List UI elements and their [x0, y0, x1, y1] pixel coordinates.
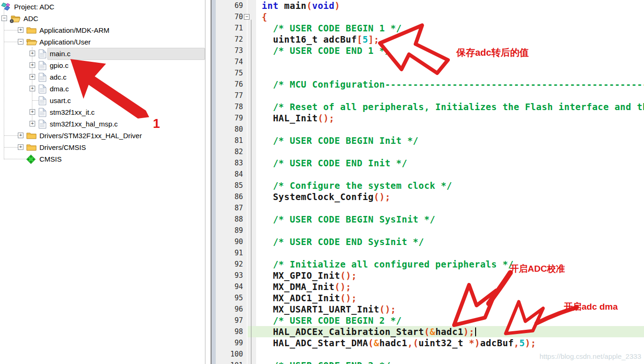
- line-number[interactable]: 101: [216, 360, 247, 364]
- line-number[interactable]: 97: [216, 315, 247, 326]
- code-text[interactable]: [256, 169, 644, 180]
- expand-toggle-icon[interactable]: +: [18, 144, 23, 150]
- line-number[interactable]: 87: [216, 202, 247, 214]
- line-number[interactable]: 74: [216, 56, 247, 67]
- code-text[interactable]: [256, 146, 644, 157]
- code-text[interactable]: /* USER CODE BEGIN 1 */: [256, 22, 644, 34]
- code-text[interactable]: MX_GPIO_Init();: [256, 270, 644, 281]
- code-text[interactable]: [256, 56, 644, 67]
- code-text[interactable]: SystemClock_Config();: [256, 191, 644, 202]
- sidebar-item-application-mdk-arm[interactable]: +Application/MDK-ARM: [0, 24, 211, 36]
- file-icon: [38, 119, 49, 129]
- code-line-90: 90 /* USER CODE END SysInit */: [216, 236, 644, 247]
- line-number[interactable]: 77: [216, 90, 247, 101]
- line-number[interactable]: 81: [216, 135, 247, 146]
- code-text[interactable]: uint16_t adcBuf[5];: [256, 34, 644, 45]
- line-number[interactable]: 91: [216, 247, 247, 259]
- code-text[interactable]: /* Initialize all configured peripherals…: [256, 259, 644, 270]
- line-number[interactable]: 80: [216, 124, 247, 135]
- line-number[interactable]: 90: [216, 236, 247, 247]
- line-number[interactable]: 79: [216, 112, 247, 124]
- line-number[interactable]: 76: [216, 79, 247, 90]
- sidebar-item-stm32f1xx-it-c[interactable]: +stm32f1xx_it.c: [0, 106, 211, 118]
- selection-highlight: [47, 48, 205, 60]
- code-text[interactable]: {: [256, 11, 644, 22]
- sidebar-item-cmsis[interactable]: CMSIS: [0, 153, 211, 165]
- line-number[interactable]: 75: [216, 67, 247, 79]
- code-text[interactable]: /* USER CODE END Init */: [256, 157, 644, 169]
- line-number[interactable]: 82: [216, 146, 247, 157]
- sidebar-item-project-adc[interactable]: Project: ADC: [0, 1, 211, 13]
- code-text[interactable]: /* USER CODE END 1 */: [256, 45, 644, 56]
- sidebar-item-main-c[interactable]: +main.c: [0, 48, 211, 59]
- code-text[interactable]: /* Reset of all peripherals, Initializes…: [256, 101, 644, 112]
- code-text[interactable]: MX_USART1_UART_Init();: [256, 304, 644, 315]
- fold-collapse-box[interactable]: −: [244, 14, 250, 20]
- line-number[interactable]: 86: [216, 191, 247, 202]
- line-number[interactable]: 84: [216, 169, 247, 180]
- code-text[interactable]: /* USER CODE END SysInit */: [256, 236, 644, 247]
- line-number[interactable]: 100: [216, 349, 247, 360]
- expand-toggle-icon[interactable]: +: [18, 133, 23, 138]
- code-text[interactable]: [256, 225, 644, 236]
- code-text[interactable]: /* Configure the system clock */: [256, 180, 644, 191]
- fold-margin: [247, 259, 256, 270]
- expand-toggle-icon[interactable]: +: [30, 51, 35, 56]
- expand-toggle-icon[interactable]: +: [30, 62, 35, 68]
- sidebar-item-dma-c[interactable]: +dma.c: [0, 83, 211, 95]
- line-number[interactable]: 95: [216, 292, 247, 304]
- line-number[interactable]: 71: [216, 22, 247, 34]
- line-number[interactable]: 72: [216, 34, 247, 45]
- panel-divider[interactable]: [205, 0, 205, 364]
- sidebar-item-drivers-cmsis[interactable]: +Drivers/CMSIS: [0, 141, 211, 153]
- expand-toggle-icon[interactable]: +: [30, 121, 35, 126]
- code-text[interactable]: HAL_ADCEx_Calibration_Start(&hadc1);: [256, 326, 644, 337]
- code-text[interactable]: [256, 90, 644, 101]
- fold-margin: [247, 326, 256, 337]
- sidebar-item-usart-c[interactable]: usart.c: [0, 95, 211, 106]
- code-text[interactable]: /* USER CODE END 2 */: [256, 360, 644, 364]
- code-text[interactable]: /* USER CODE BEGIN 2 */: [256, 315, 644, 326]
- line-number[interactable]: 96: [216, 304, 247, 315]
- expand-toggle-icon[interactable]: +: [30, 109, 35, 115]
- sidebar-item-adc-c[interactable]: +adc.c: [0, 71, 211, 83]
- code-text[interactable]: int main(void): [256, 0, 644, 11]
- code-text[interactable]: /* MCU Configuration--------------------…: [256, 79, 644, 90]
- line-number[interactable]: 92: [216, 259, 247, 270]
- line-number[interactable]: 73: [216, 45, 247, 56]
- fold-margin: [247, 45, 256, 56]
- code-text[interactable]: [256, 67, 644, 79]
- code-text[interactable]: /* USER CODE BEGIN Init */: [256, 135, 644, 146]
- code-text[interactable]: [256, 124, 644, 135]
- line-number[interactable]: 93: [216, 270, 247, 281]
- code-text[interactable]: MX_ADC1_Init();: [256, 292, 644, 304]
- sidebar-item-adc[interactable]: −ADC: [0, 13, 211, 24]
- line-number[interactable]: 83: [216, 157, 247, 169]
- fold-margin: [247, 124, 256, 135]
- line-number[interactable]: 98: [216, 326, 247, 337]
- collapse-toggle-icon[interactable]: −: [18, 39, 23, 45]
- code-text[interactable]: HAL_ADC_Start_DMA(&hadc1,(uint32_t *)adc…: [256, 337, 644, 349]
- code-text[interactable]: HAL_Init();: [256, 112, 644, 124]
- line-number[interactable]: 78: [216, 101, 247, 112]
- line-number[interactable]: 70: [216, 11, 247, 22]
- line-number[interactable]: 85: [216, 180, 247, 191]
- sidebar-item-stm32f1xx-hal-msp-c[interactable]: +stm32f1xx_hal_msp.c: [0, 118, 211, 130]
- line-number[interactable]: 69: [216, 0, 247, 11]
- line-number[interactable]: 99: [216, 337, 247, 349]
- line-number[interactable]: 89: [216, 225, 247, 236]
- sidebar-item-gpio-c[interactable]: +gpio.c: [0, 59, 211, 71]
- code-text[interactable]: /* USER CODE BEGIN SysInit */: [256, 214, 644, 225]
- expand-toggle-icon[interactable]: +: [30, 86, 35, 91]
- code-text[interactable]: MX_DMA_Init();: [256, 281, 644, 292]
- expand-toggle-icon[interactable]: +: [30, 74, 35, 80]
- sidebar-item-application-user[interactable]: −Application/User: [0, 36, 211, 48]
- line-number[interactable]: 94: [216, 281, 247, 292]
- uvision-project-icon: [1, 2, 11, 12]
- sidebar-item-drivers-stm32f1xx-hal-driver[interactable]: +Drivers/STM32F1xx_HAL_Driver: [0, 130, 211, 141]
- collapse-toggle-icon[interactable]: −: [1, 15, 7, 21]
- code-text[interactable]: [256, 247, 644, 259]
- line-number[interactable]: 88: [216, 214, 247, 225]
- code-text[interactable]: [256, 202, 644, 214]
- expand-toggle-icon[interactable]: +: [18, 27, 23, 33]
